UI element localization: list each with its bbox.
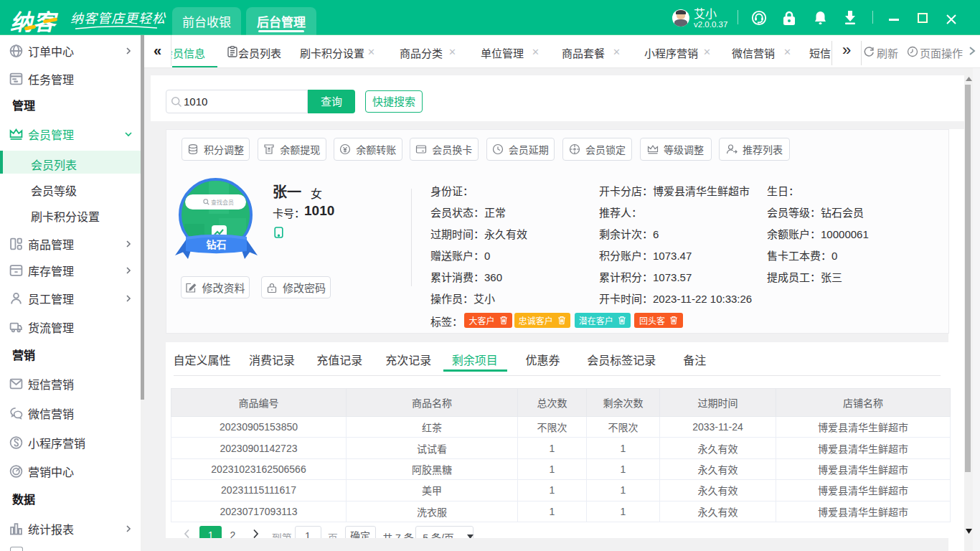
svg-text:钻石: 钻石: [207, 239, 227, 250]
